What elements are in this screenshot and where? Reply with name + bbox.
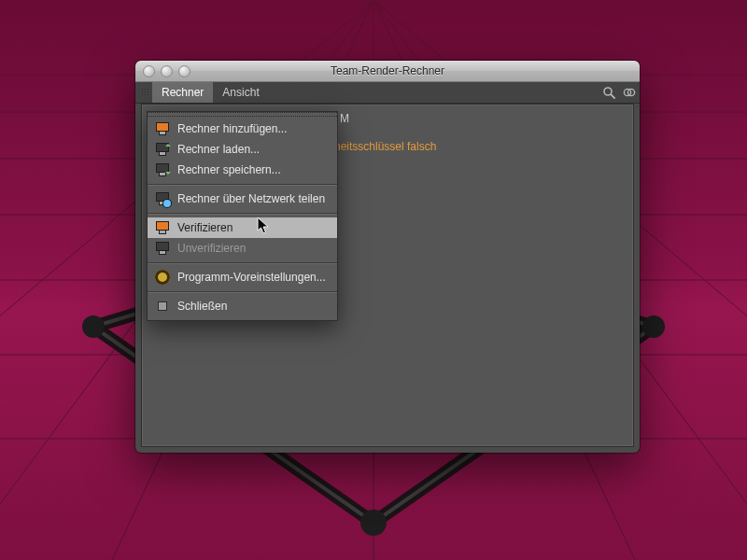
menu-item-close[interactable]: Schließen — [148, 296, 337, 316]
titlebar[interactable]: Team-Render-Rechner — [135, 61, 640, 82]
monitor-load-icon — [155, 142, 170, 157]
menu-rechner-dropdown: Rechner hinzufügen... Rechner laden... R… — [147, 111, 338, 321]
svg-point-14 — [82, 315, 105, 338]
client-status-label: heitsschlüssel falsch — [334, 140, 436, 153]
menu-tearoff-grip[interactable] — [148, 112, 337, 117]
menu-item-save-machines[interactable]: Rechner speichern... — [148, 160, 337, 180]
menu-separator — [148, 291, 337, 292]
overflow-icon[interactable] — [619, 82, 640, 103]
search-icon[interactable] — [599, 82, 619, 103]
gear-icon — [155, 270, 170, 285]
menu-item-label: Unverifizieren — [177, 242, 246, 255]
menu-item-preferences[interactable]: Programm-Voreinstellungen... — [148, 267, 337, 287]
menu-item-add-machine[interactable]: Rechner hinzufügen... — [148, 119, 337, 139]
monitor-verify-icon — [155, 220, 170, 235]
zoom-window-button[interactable] — [178, 65, 190, 77]
menu-item-verify[interactable]: Verifizieren — [148, 217, 337, 238]
monitor-unverify-icon — [155, 241, 170, 256]
menu-item-label: Rechner hinzufügen... — [177, 122, 287, 135]
client-name-label: M — [340, 112, 349, 125]
window-title: Team-Render-Rechner — [135, 64, 640, 77]
menu-separator — [148, 213, 337, 214]
menu-item-label: Rechner über Netzwerk teilen — [177, 192, 325, 205]
menubar-grip[interactable] — [139, 82, 152, 103]
menu-item-label: Rechner speichern... — [177, 163, 281, 176]
menu-rechner[interactable]: Rechner — [152, 82, 213, 103]
menu-ansicht[interactable]: Ansicht — [213, 82, 268, 103]
menu-item-label: Schließen — [177, 300, 227, 313]
menu-item-label: Programm-Voreinstellungen... — [177, 271, 326, 284]
monitor-save-icon — [155, 162, 170, 177]
svg-point-15 — [642, 315, 665, 338]
menu-item-label: Verifizieren — [177, 221, 233, 234]
svg-point-17 — [360, 510, 387, 536]
close-window-button[interactable] — [143, 65, 155, 77]
monitor-network-icon — [155, 191, 170, 206]
traffic-lights — [135, 65, 190, 77]
menu-item-share-network[interactable]: Rechner über Netzwerk teilen — [148, 189, 337, 209]
menubar: Rechner Ansicht — [135, 82, 640, 104]
menu-item-label: Rechner laden... — [177, 143, 260, 156]
menu-item-load-machines[interactable]: Rechner laden... — [148, 139, 337, 160]
svg-line-23 — [611, 94, 614, 98]
menu-item-unverify: Unverifizieren — [148, 238, 337, 259]
menu-separator — [148, 262, 337, 263]
monitor-add-icon — [155, 121, 170, 136]
stop-icon — [155, 299, 170, 314]
menu-separator — [148, 184, 337, 185]
minimize-window-button[interactable] — [161, 65, 173, 77]
